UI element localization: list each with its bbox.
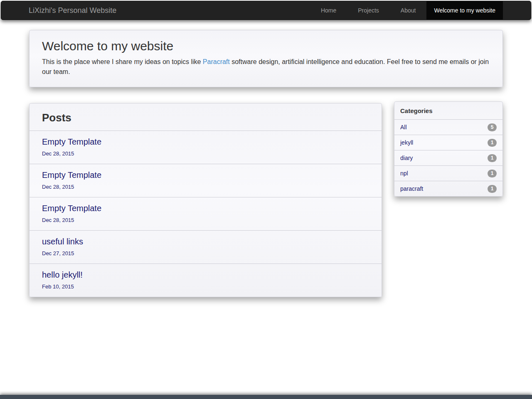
category-label[interactable]: npl [400,170,408,177]
posts-list: Empty Template Dec 28, 2015 Empty Templa… [30,131,382,297]
category-item[interactable]: jekyll 1 [394,135,502,150]
posts-panel: Posts Empty Template Dec 28, 2015 Empty … [29,103,382,297]
post-item: hello jekyll! Feb 10, 2015 [30,264,382,297]
category-label[interactable]: jekyll [400,139,413,146]
welcome-intro: This is the place where I share my ideas… [42,57,490,77]
main-content: Welcome to my website This is the place … [29,0,503,297]
post-title-link[interactable]: hello jekyll! [42,270,369,280]
post-title-link[interactable]: Empty Template [42,137,369,147]
welcome-panel: Welcome to my website This is the place … [29,30,503,87]
category-item[interactable]: npl 1 [394,165,502,181]
category-count-badge: 1 [488,185,497,193]
footer-bar [0,395,532,399]
post-item: useful links Dec 27, 2015 [30,230,382,264]
post-title-link[interactable]: Empty Template [42,203,369,214]
post-title-link[interactable]: useful links [42,236,369,247]
category-label[interactable]: diary [400,155,413,161]
post-item: Empty Template Dec 28, 2015 [30,131,382,164]
navbar-item[interactable]: Welcome to my website [426,1,503,20]
categories-title: Categories [400,107,497,114]
category-count-badge: 5 [488,123,497,131]
category-item[interactable]: diary 1 [394,150,502,165]
category-label[interactable]: All [400,124,407,131]
categories-list: All 5 jekyll 1 diary 1 npl [394,119,502,196]
category-count-badge: 1 [488,139,497,147]
posts-header: Posts [30,103,382,131]
navbar-item[interactable]: About [390,1,427,20]
post-item: Empty Template Dec 28, 2015 [30,197,382,230]
welcome-intro-before: This is the place where I share my ideas… [42,58,203,65]
categories-header: Categories [394,102,502,119]
paracraft-link[interactable]: Paracraft [203,58,230,65]
posts-title: Posts [42,111,369,124]
category-item[interactable]: paracraft 1 [394,181,502,196]
navbar-item-label: Projects [358,7,379,14]
navbar-item-label: Welcome to my website [434,7,495,14]
navbar-brand[interactable]: LiXizhi's Personal Website [1,1,116,20]
navbar-item-label: Home [321,7,336,14]
post-date: Dec 28, 2015 [42,217,369,223]
post-item: Empty Template Dec 28, 2015 [30,164,382,197]
category-count-badge: 1 [488,170,497,177]
post-date: Feb 10, 2015 [42,283,369,290]
content-row: Posts Empty Template Dec 28, 2015 Empty … [29,103,503,297]
navbar-item-label: About [401,7,416,14]
post-date: Dec 27, 2015 [42,250,369,256]
category-count-badge: 1 [488,154,497,162]
post-date: Dec 28, 2015 [42,184,369,190]
navbar: LiXizhi's Personal Website Home Projects… [1,1,531,20]
navbar-menu: Home Projects About Welcome to my websit… [310,1,503,20]
category-label[interactable]: paracraft [400,185,423,192]
navbar-item[interactable]: Projects [347,1,390,20]
categories-panel: Categories All 5 jekyll 1 diary [394,101,503,197]
welcome-title: Welcome to my website [42,39,490,53]
navbar-item[interactable]: Home [310,1,347,20]
category-item[interactable]: All 5 [394,119,502,135]
post-title-link[interactable]: Empty Template [42,170,369,180]
post-date: Dec 28, 2015 [42,150,369,157]
